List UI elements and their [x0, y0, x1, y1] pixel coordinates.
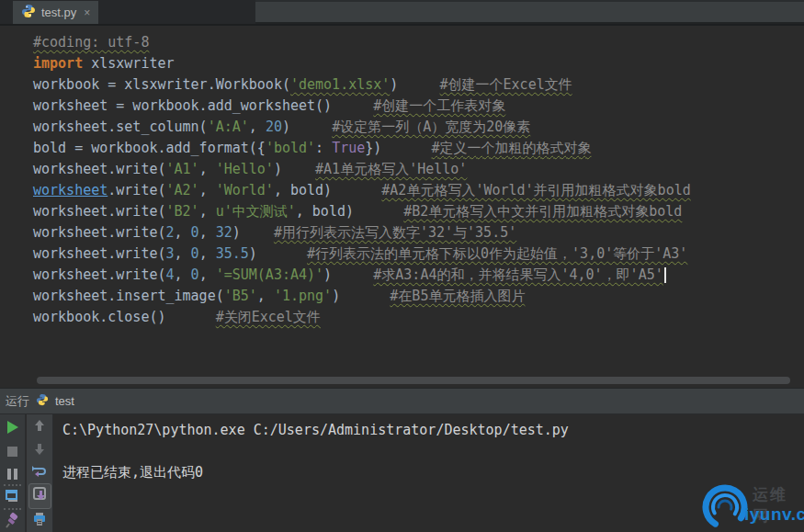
code-token: bold = workbook.add_format({ [33, 140, 266, 156]
code-token: #创建一个Excel文件 [440, 76, 572, 93]
code-token: 2 [166, 224, 175, 241]
code-token: 4 [166, 266, 175, 283]
rerun-button[interactable] [0, 419, 25, 436]
code-token: '1.png' [274, 288, 332, 304]
code-token: worksheet.write( [33, 266, 166, 283]
pin-icon [6, 512, 20, 532]
code-token: workbook = xlsxwriter.Workbook( [33, 76, 290, 93]
code-token: worksheet.insert_image( [33, 288, 224, 304]
code-token: , [199, 182, 216, 198]
code-token: worksheet.write( [33, 203, 166, 220]
code-token: u'中文测试' [216, 203, 296, 220]
run-toolbar-primary [0, 414, 26, 532]
code-line: #coding: utf-8 [33, 32, 804, 53]
code-line: worksheet.write('A1', 'Hello') #A1单元格写入'… [33, 159, 804, 180]
pause-icon [7, 469, 17, 480]
tab-bar-background [255, 0, 804, 24]
play-icon [7, 421, 18, 434]
watermark-site-text: iyunv.com [744, 504, 804, 525]
code-token: , [199, 161, 216, 177]
code-token: , [175, 266, 191, 283]
scroll-to-end-icon [32, 486, 49, 506]
code-token: ) [274, 161, 315, 177]
code-token: #B2单元格写入中文并引用加粗格式对象bold [403, 203, 682, 220]
stop-icon [7, 447, 17, 457]
code-token: #用行列表示法写入数字'32'与'35.5' [274, 224, 516, 241]
up-stack-trace-button[interactable] [27, 419, 52, 436]
code-token: , [257, 288, 274, 304]
code-line: worksheet.write(3, 0, 35.5) #行列表示法的单元格下标… [33, 243, 804, 265]
code-token: ) [232, 224, 274, 241]
code-line: worksheet.write(2, 0, 32) #用行列表示法写入数字'32… [33, 222, 804, 243]
code-token: 'bold' [266, 140, 315, 156]
restore-layout-icon [6, 490, 20, 506]
code-token: 'A2' [166, 182, 199, 198]
code-token: 35.5 [216, 245, 249, 262]
iyunv-logo-icon [701, 482, 749, 532]
code-token: ) [332, 288, 390, 304]
code-line: worksheet.write('B2', u'中文测试', bold) #B2… [33, 201, 804, 222]
code-token: , [249, 119, 266, 135]
code-token: #设定第一列（A）宽度为20像素 [332, 119, 530, 135]
code-token: #A2单元格写入'World'并引用加粗格式对象bold [381, 182, 690, 198]
arrow-up-icon [33, 419, 46, 436]
code-token: #在B5单元格插入图片 [390, 288, 525, 304]
code-token: , [199, 266, 216, 283]
code-token: 'demo1.xlsx' [290, 76, 390, 93]
code-token: 'B2' [166, 203, 199, 220]
soft-wrap-button[interactable] [27, 465, 52, 481]
run-tool-window-header: 运行 test [0, 388, 804, 414]
code-token: #coding: utf-8 [33, 34, 149, 51]
code-token: #定义一个加粗的格式对象 [432, 140, 592, 156]
code-token: 0 [191, 266, 199, 283]
code-line: worksheet.set_column('A:A', 20) #设定第一列（A… [33, 117, 804, 138]
code-token: 'World' [216, 182, 274, 198]
console-line [62, 441, 804, 462]
code-line: workbook = xlsxwriter.Workbook('demo1.xl… [33, 74, 804, 96]
down-stack-trace-button[interactable] [27, 443, 52, 459]
code-token: , [175, 245, 191, 262]
console-line: C:\Python27\python.exe C:/Users/Administ… [62, 420, 804, 441]
tab-close-icon[interactable]: × [84, 7, 90, 18]
print-button[interactable] [27, 513, 52, 529]
code-token: worksheet.write( [33, 245, 166, 262]
python-file-icon [21, 4, 36, 21]
code-token: xlsxwriter [83, 55, 174, 72]
tab-test-py[interactable]: test.py × [13, 1, 98, 24]
run-toolbar-secondary [27, 414, 53, 532]
code-token: ) [390, 76, 439, 93]
code-token: 'A:A' [208, 119, 249, 135]
code-token: worksheet.write( [33, 161, 166, 177]
toolbar-separator [4, 508, 21, 510]
stop-button[interactable] [0, 443, 25, 459]
code-token: , [175, 224, 191, 241]
python-run-icon [36, 393, 49, 409]
code-token: #创建一个工作表对象 [373, 97, 505, 114]
code-token: True [332, 140, 365, 156]
toolbar-separator [4, 484, 21, 486]
code-token: #A1单元格写入'Hello' [315, 161, 467, 177]
code-token: .write( [108, 182, 165, 198]
code-line: workbook.close() #关闭Excel文件 [33, 307, 804, 328]
code-token: , bold) [296, 203, 403, 220]
pin-tab-button[interactable] [0, 514, 25, 530]
code-line: worksheet.write(4, 0, '=SUM(A3:A4)') #求A… [33, 265, 804, 286]
code-editor[interactable]: #coding: utf-8import xlsxwriterworkbook … [0, 26, 804, 386]
editor-tab-bar: test.py × [0, 0, 804, 24]
code-token: , [199, 245, 216, 262]
scroll-to-end-button[interactable] [28, 483, 51, 509]
code-symbol-link[interactable]: worksheet [33, 182, 108, 198]
code-token: import [33, 55, 83, 72]
code-line: import xlsxwriter [33, 53, 804, 74]
code-token: 'A1' [166, 161, 199, 177]
soft-wrap-icon [32, 464, 47, 482]
ide-window: test.py × #coding: utf-8import xlsxwrite… [0, 0, 804, 532]
horizontal-scrollbar[interactable] [37, 377, 790, 384]
run-tool-window-title: 运行 [6, 393, 29, 410]
code-token: 32 [216, 224, 232, 241]
code-token: }) [365, 140, 431, 156]
pause-output-button[interactable] [0, 466, 25, 482]
text-caret [664, 267, 666, 283]
code-token: , bold) [274, 182, 381, 198]
restore-layout-button[interactable] [0, 490, 25, 506]
